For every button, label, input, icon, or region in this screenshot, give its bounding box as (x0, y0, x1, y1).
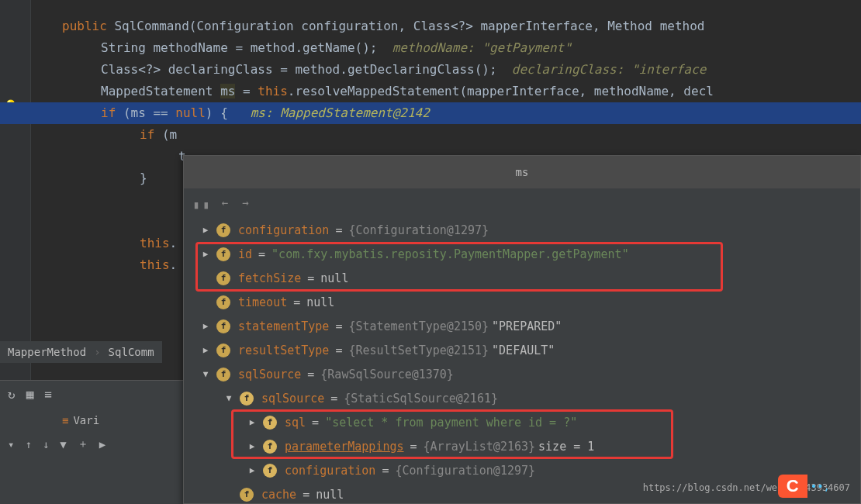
tree-row[interactable]: ▶fstatementType={StatementType@2150} "PR… (184, 314, 860, 338)
equals-sign: = (293, 295, 300, 309)
list-icon[interactable]: ≡ (44, 387, 52, 402)
field-extra: "PREPARED" (492, 319, 562, 333)
variable-tree[interactable]: ▶fconfiguration={Configuration@1297}▶fid… (184, 216, 860, 504)
field-value: {StatementType@2150} (348, 319, 489, 333)
tree-row[interactable]: ▶fconfiguration={Configuration@1297} (184, 218, 860, 242)
field-value: {ArrayList@2163} (424, 440, 536, 454)
expand-arrow-icon[interactable]: ▶ (246, 417, 258, 427)
current-line: if (ms == null) { ms: MappedStatement@21… (0, 102, 861, 124)
field-icon: f (263, 464, 277, 478)
expand-arrow-icon[interactable]: ▶ (199, 225, 212, 235)
field-name: sqlSource (238, 368, 301, 381)
field-value: {RawSqlSource@1370} (320, 368, 454, 381)
grid-icon[interactable]: ▦ (26, 387, 34, 402)
breadcrumb-sep: › (94, 346, 100, 358)
equals-sign: = (258, 247, 265, 261)
breadcrumb-item[interactable]: SqlComm (109, 346, 154, 358)
field-icon: f (263, 416, 277, 430)
equals-sign: = (312, 416, 319, 430)
field-icon: f (216, 271, 230, 285)
dropdown-icon[interactable]: ▾ (8, 438, 14, 450)
breadcrumb-item[interactable]: MapperMethod (8, 346, 86, 358)
csdn-logo: C ••, (778, 475, 830, 498)
popup-title: ms (184, 156, 860, 188)
field-name: cache (261, 488, 296, 502)
field-icon: f (216, 319, 230, 333)
field-icon: f (216, 247, 230, 261)
variables-label[interactable]: Vari (73, 414, 99, 426)
csdn-c-icon: C (778, 475, 807, 498)
equals-sign: = (307, 271, 314, 285)
field-name: configuration (285, 464, 375, 478)
field-icon: f (216, 343, 230, 357)
field-value: "com.fxy.mybatis.reposity.PaymentMapper.… (271, 247, 629, 261)
expand-arrow-icon[interactable]: ▼ (199, 369, 212, 379)
field-value: null (316, 488, 344, 502)
down-icon[interactable]: ↓ (43, 438, 49, 450)
code-text: MappedStatement (101, 84, 220, 98)
equals-sign: = (410, 440, 417, 454)
add-icon[interactable]: ＋ (78, 437, 88, 451)
csdn-decoration: ••, (811, 480, 830, 492)
expand-arrow-icon[interactable]: ▶ (199, 249, 212, 259)
field-value: "select * from payment where id = ?" (325, 416, 577, 430)
code-text: } (140, 171, 147, 185)
code-text: (m (154, 127, 177, 142)
tree-row[interactable]: ▼fsqlSource={StaticSqlSource@2161} (184, 386, 860, 410)
expand-arrow-icon[interactable]: ▶ (246, 465, 258, 475)
inline-hint: methodName: "getPayment" (377, 40, 571, 55)
equals-sign: = (335, 223, 342, 237)
field-name: statementType (238, 319, 329, 333)
field-value: {StaticSqlSource@2161} (344, 392, 498, 406)
breadcrumb[interactable]: MapperMethod › SqlComm (0, 341, 162, 363)
filter-icon[interactable]: ▼ (60, 438, 66, 450)
field-extra: "DEFAULT" (492, 343, 555, 357)
forward-icon[interactable]: → (242, 196, 248, 209)
equals-sign: = (335, 319, 342, 333)
tree-row[interactable]: ▶fsql="select * from payment where id = … (184, 410, 860, 434)
field-name: sql (285, 416, 306, 430)
field-value: {Configuration@1297} (395, 464, 535, 478)
expand-arrow-icon[interactable]: ▶ (199, 321, 212, 331)
field-name: sqlSource (261, 392, 324, 406)
equals-sign: = (335, 343, 342, 357)
field-icon: f (216, 223, 230, 237)
field-value: {ResultSetType@2151} (348, 343, 489, 357)
tree-row[interactable]: ▶fid="com.fxy.mybatis.reposity.PaymentMa… (184, 242, 860, 266)
folder-icon[interactable]: ▖▗ (195, 196, 208, 209)
code-text: . (170, 236, 178, 250)
variable-ms: ms (220, 84, 235, 98)
equals-sign: = (382, 464, 389, 478)
tree-row[interactable]: ▶fparameterMappings={ArrayList@2163} siz… (184, 434, 860, 458)
expand-arrow-icon[interactable]: ▼ (223, 393, 235, 403)
tree-row[interactable]: ▶fconfiguration={Configuration@1297} (184, 458, 860, 482)
tree-row[interactable]: ▶ftimeout=null (184, 290, 860, 314)
inline-hint: declaringClass: "interface (497, 62, 707, 77)
expand-arrow-icon[interactable]: ▶ (199, 345, 212, 355)
keyword: public (62, 19, 107, 33)
keyword: this (140, 236, 170, 250)
expand-arrow-icon[interactable]: ▶ (246, 441, 258, 451)
field-value: null (306, 295, 334, 309)
tree-row[interactable]: ▶ffetchSize=null (184, 266, 860, 290)
up-icon[interactable]: ↑ (25, 438, 31, 450)
play-icon[interactable]: ▶ (99, 438, 105, 450)
code-text: Class<?> declaringClass = method.getDecl… (101, 62, 497, 77)
back-icon[interactable]: ← (222, 196, 228, 209)
field-name: configuration (238, 223, 329, 237)
field-name: fetchSize (238, 271, 301, 285)
tree-row[interactable]: ▶fresultSetType={ResultSetType@2151} "DE… (184, 338, 860, 362)
equals-sign: = (330, 392, 337, 406)
field-icon: f (263, 440, 277, 454)
keyword: this (140, 257, 170, 272)
restart-icon[interactable]: ↻ (8, 387, 16, 402)
code-text: . (170, 257, 178, 272)
code-text: (ms == (116, 105, 175, 120)
code-text: = (235, 84, 258, 98)
code-text: ) { (206, 105, 228, 120)
field-icon: f (240, 488, 254, 502)
code-text: String methodName = method.getName(); (101, 40, 377, 55)
tree-row[interactable]: ▼fsqlSource={RawSqlSource@1370} (184, 362, 860, 386)
field-icon: f (216, 368, 230, 381)
equals-sign: = (307, 368, 314, 381)
